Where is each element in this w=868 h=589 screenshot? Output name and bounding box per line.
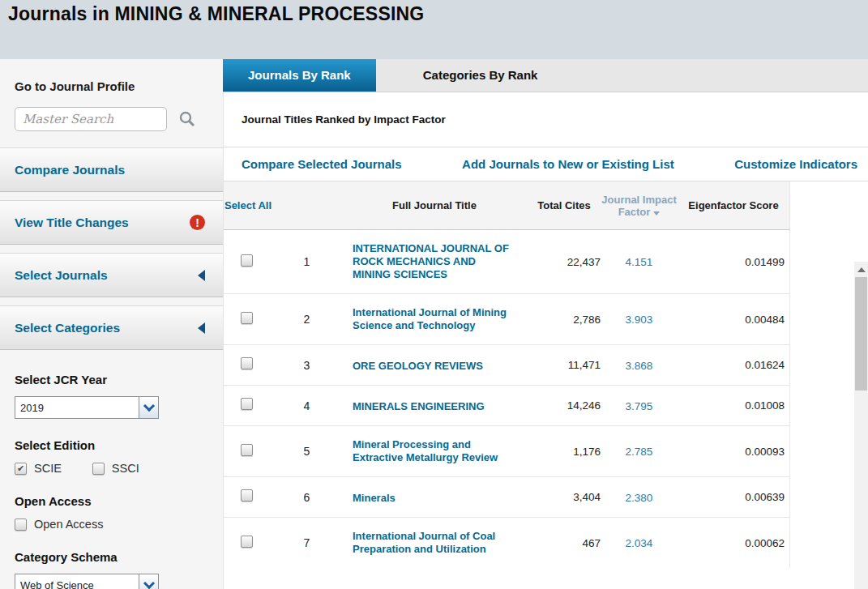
rank-value: 3 — [272, 359, 341, 372]
compare-selected-journals-link[interactable]: Compare Selected Journals — [242, 157, 402, 171]
open-access-checkbox[interactable] — [15, 519, 27, 531]
jcr-year-select[interactable]: 2019 — [15, 396, 159, 419]
eigenfactor-value: 0.00639 — [678, 491, 789, 503]
open-access-option[interactable]: Open Access — [15, 518, 103, 531]
total-cites-value: 1,176 — [528, 446, 601, 458]
collapse-arrow-icon[interactable] — [198, 322, 205, 334]
select-all-header[interactable]: Select All — [224, 199, 272, 212]
checkbox-label: Open Access — [34, 518, 103, 531]
impact-factor-link[interactable]: 2.034 — [626, 537, 653, 549]
select-journal-checkbox[interactable] — [241, 489, 253, 502]
category-schema-select[interactable]: Web of Science — [15, 574, 159, 589]
sidebar-item-label: Select Journals — [15, 268, 108, 283]
journal-row: 3ORE GEOLOGY REVIEWS11,4713.8680.01624 — [224, 344, 789, 385]
select-journal-checkbox[interactable] — [241, 312, 253, 324]
total-cites-value: 22,437 — [528, 256, 601, 268]
impact-factor-link[interactable]: 3.868 — [626, 360, 653, 372]
edition-option-scie[interactable]: SCIE — [15, 462, 62, 475]
select-journal-checkbox[interactable] — [241, 357, 253, 369]
edition-label: Select Edition — [15, 438, 208, 452]
page-header: Journals in MINING & MINERAL PROCESSING — [0, 0, 868, 59]
impact-factor-link[interactable]: 2.380 — [626, 492, 653, 504]
rank-value: 2 — [272, 313, 341, 326]
category-schema-label: Category Schema — [15, 550, 208, 564]
sidebar-item-view-title-changes[interactable]: View Title Changes! — [0, 200, 223, 245]
journal-table-body: 1INTERNATIONAL JOURNAL OF ROCK MECHANICS… — [224, 230, 790, 568]
eigenfactor-value: 0.00093 — [678, 446, 789, 458]
total-cites-value: 11,471 — [528, 359, 601, 371]
scrollbar-thumb[interactable] — [855, 277, 867, 391]
select-journal-checkbox[interactable] — [241, 444, 253, 456]
rank-value: 5 — [272, 445, 341, 458]
open-access-label: Open Access — [15, 494, 208, 508]
journal-title-link[interactable]: Mineral Processing and Extractive Metall… — [353, 438, 513, 464]
total-cites-value: 14,246 — [528, 399, 601, 412]
table-subtitle: Journal Titles Ranked by Impact Factor — [224, 92, 868, 126]
journal-title-link[interactable]: INTERNATIONAL JOURNAL OF ROCK MECHANICS … — [353, 242, 513, 281]
total-cites-header[interactable]: Total Cites — [528, 199, 601, 212]
journal-title-link[interactable]: International Journal of Coal Preparatio… — [353, 530, 513, 556]
impact-factor-header[interactable]: Journal Impact Factor — [601, 194, 678, 218]
main-content: Journals By RankCategories By Rank Journ… — [223, 59, 868, 589]
full-journal-title-header: Full Journal Title — [341, 199, 528, 212]
select-journal-checkbox[interactable] — [241, 536, 253, 548]
journal-row: 5Mineral Processing and Extractive Metal… — [224, 425, 789, 476]
customize-indicators-link[interactable]: Customize Indicators — [734, 157, 857, 171]
tab-categories-by-rank[interactable]: Categories By Rank — [376, 59, 585, 92]
sidebar-item-label: Compare Journals — [15, 163, 125, 177]
edition-options: SCIESSCI — [15, 462, 208, 475]
eigenfactor-value: 0.01624 — [678, 359, 789, 371]
eigenfactor-value: 0.01499 — [678, 256, 789, 268]
impact-factor-link[interactable]: 3.903 — [626, 314, 653, 326]
search-button[interactable] — [178, 110, 196, 128]
checkbox-label: SCIE — [34, 462, 62, 475]
vertical-scrollbar[interactable] — [854, 262, 868, 589]
total-cites-value: 467 — [528, 537, 601, 549]
sidebar-item-compare-journals[interactable]: Compare Journals — [0, 147, 223, 192]
journal-row: 2International Journal of Mining Science… — [224, 293, 789, 344]
collapse-arrow-icon[interactable] — [198, 270, 205, 281]
edition-option-ssci[interactable]: SSCI — [92, 462, 139, 475]
actions-row: Compare Selected Journals Add Journals t… — [224, 147, 868, 181]
impact-factor-header-label: Journal Impact Factor — [601, 194, 676, 218]
rank-value: 1 — [272, 255, 341, 268]
master-search-input[interactable] — [15, 107, 167, 131]
sidebar-item-label: Select Categories — [15, 321, 120, 335]
checkbox-label: SSCI — [112, 462, 139, 475]
journal-row: 6Minerals3,4042.3800.00639 — [224, 476, 789, 517]
select-journal-checkbox[interactable] — [241, 398, 253, 410]
impact-factor-link[interactable]: 3.795 — [626, 400, 653, 412]
tab-bar: Journals By RankCategories By Rank — [223, 59, 868, 92]
journal-row: 1INTERNATIONAL JOURNAL OF ROCK MECHANICS… — [224, 230, 789, 293]
select-journal-checkbox[interactable] — [241, 254, 253, 267]
journal-title-link[interactable]: ORE GEOLOGY REVIEWS — [353, 360, 483, 373]
main-body: Journal Titles Ranked by Impact Factor C… — [223, 92, 868, 589]
journal-title-link[interactable]: MINERALS ENGINEERING — [353, 400, 485, 413]
sidebar-item-label: View Title Changes — [15, 216, 129, 230]
jcr-year-value: 2019 — [15, 402, 44, 414]
rank-value: 4 — [272, 399, 341, 412]
sidebar-filters: Select JCR Year 2019 Select Edition SCIE… — [0, 358, 223, 589]
sidebar: Go to Journal Profile Compare JournalsVi… — [0, 59, 223, 589]
chevron-down-icon — [139, 397, 158, 418]
rank-value: 7 — [272, 536, 341, 549]
scroll-up-icon[interactable] — [857, 267, 866, 272]
impact-factor-link[interactable]: 4.151 — [626, 256, 653, 268]
eigenfactor-header[interactable]: Eigenfactor Score — [678, 199, 789, 212]
sidebar-item-select-journals[interactable]: Select Journals — [0, 253, 223, 297]
sidebar-item-select-categories[interactable]: Select Categories — [0, 305, 223, 350]
impact-factor-link[interactable]: 2.785 — [626, 446, 653, 458]
category-schema-value: Web of Science — [15, 579, 94, 589]
search-icon — [178, 110, 196, 128]
eigenfactor-value: 0.00484 — [678, 314, 789, 326]
scie-checkbox[interactable] — [15, 463, 27, 475]
journal-title-link[interactable]: International Journal of Mining Science … — [353, 306, 513, 332]
chevron-down-icon — [139, 574, 158, 589]
table-header-row: Select All Full Journal Title Total Cite… — [224, 181, 790, 230]
add-journals-to-list-link[interactable]: Add Journals to New or Existing List — [462, 157, 674, 171]
tab-journals-by-rank[interactable]: Journals By Rank — [223, 59, 376, 92]
journal-title-link[interactable]: Minerals — [353, 492, 396, 505]
eigenfactor-value: 0.01008 — [678, 399, 789, 412]
ssci-checkbox[interactable] — [92, 463, 105, 475]
total-cites-value: 2,786 — [528, 314, 601, 326]
